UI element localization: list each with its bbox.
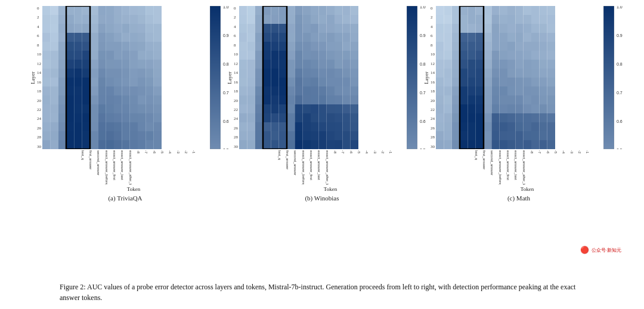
colorbar-math: 1.00.90.80.70.60.5 [603,6,614,149]
watermark: 🔴 公众号·新知元 [575,245,626,255]
charts-row: Layer 02468 1012141618 202224262830 [12,6,632,278]
svg-text:0.7: 0.7 [617,91,623,95]
svg-text:0.6: 0.6 [617,119,623,123]
svg-text:0.5: 0.5 [617,148,623,149]
heatmap-svg-math [436,6,602,149]
svg-text:0.9: 0.9 [617,33,623,38]
colorbar-winobias: 1.00.90.80.70.60.5 [407,6,417,149]
y-ticks-winobias: 02468 1012141618 202224262830 [234,6,239,149]
svg-text:0.8: 0.8 [617,62,623,66]
heatmap-svg-winobias [239,6,405,149]
chart-math: Layer 02468 1012141618 202224262830 1.00… [423,6,614,202]
y-axis-label-winobias: Layer [227,72,233,84]
y-ticks-math: 02468 1012141618 202224262830 [431,6,436,149]
svg-text:1.0: 1.0 [617,6,623,9]
main-container: Layer 02468 1012141618 202224262830 [0,0,644,309]
caption-winobias: (b) Winobias [305,194,339,202]
caption-math: (c) Math [507,194,530,202]
chart-winobias: Layer 02468 1012141618 202224262830 1.00… [227,6,417,202]
figure-caption: Figure 2: AUC values of a probe error de… [54,282,590,303]
y-axis-label-math: Layer [423,72,429,84]
x-axis-math: Token [432,149,623,192]
x-axis-triviaqa: Token [38,149,229,192]
x-axis-winobias: Token [235,149,426,192]
y-ticks-triviaqa: 02468 1012141618 202224262830 [37,6,42,149]
heatmap-svg-triviaqa [42,6,208,149]
x-axis-title-triviaqa: Token [127,186,140,192]
x-axis-title-winobias: Token [324,186,337,192]
x-axis-title-math: Token [521,186,534,192]
chart-triviaqa: Layer 02468 1012141618 202224262830 [30,6,221,202]
y-axis-label-triviaqa: Layer [30,72,36,84]
colorbar-triviaqa: 1.00.90.80.70.60.5 [210,6,221,149]
caption-triviaqa: (a) TriviaQA [108,194,142,202]
